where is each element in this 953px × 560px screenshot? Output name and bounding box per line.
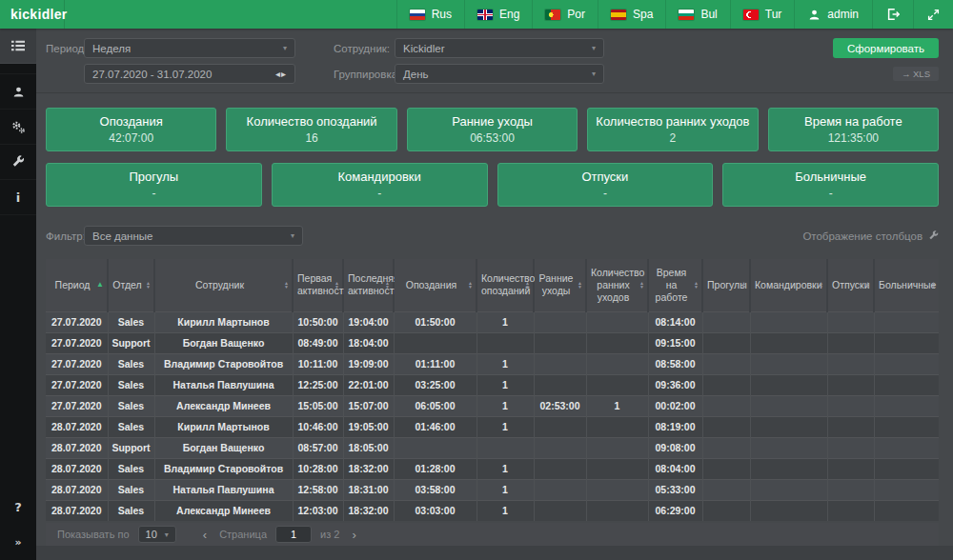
table-cell [874,311,939,332]
bul-flag-icon [679,10,694,20]
table-cell [702,437,750,458]
column-header[interactable]: Ранние уходы▲▼ [534,259,586,311]
bottom-strip [36,546,953,560]
lang-tur-button[interactable]: Tur [730,0,795,29]
table-cell: 27.07.2020 [46,374,108,395]
column-header[interactable]: Прогулы▲▼ [702,259,750,311]
sidebar-item-employees[interactable] [0,74,36,110]
lang-spa-button[interactable]: Spa [598,0,665,29]
table-cell: 08:19:00 [648,416,702,437]
table-cell [750,353,827,374]
prev-page-button[interactable]: ‹ [199,528,211,542]
column-header[interactable]: Сотрудник▲▼ [154,259,293,311]
card-value: 06:53:00 [470,131,515,145]
table-cell [702,500,750,521]
table-cell: 1 [476,479,534,500]
period-select[interactable]: Неделя ▾ [84,38,295,58]
lang-eng-button[interactable]: Eng [464,0,532,29]
show-by-label: Показывать по [57,529,130,540]
table-cell [534,374,586,395]
table-cell [874,353,939,374]
table-cell [534,416,586,437]
column-header[interactable]: Опоздания▲▼ [394,259,476,311]
table-cell [534,437,586,458]
next-period-icon[interactable]: ▸ [281,69,287,79]
next-page-button[interactable]: › [348,528,359,542]
sidebar-item-help[interactable]: ? [0,490,36,525]
column-header-label: Больничные [879,279,936,290]
table-cell: Sales [108,416,154,437]
table-cell [586,458,648,479]
sidebar-item-reports[interactable] [0,29,36,64]
column-header[interactable]: Последняя активность▲▼ [343,259,394,311]
page-input[interactable] [275,526,312,543]
table-cell: 08:49:00 [293,332,343,353]
table-cell: Кирилл Мартынов [154,416,293,437]
table-cell: 10:46:00 [293,416,343,437]
fullscreen-button[interactable] [913,0,953,29]
column-header[interactable]: Время на работе▲▼ [648,259,702,311]
column-header-label: Сотрудник [195,279,244,290]
sidebar-item-settings[interactable] [0,110,36,145]
column-header-label: Количество ранних уходов [591,267,644,303]
table-cell: 1 [476,500,534,521]
column-header[interactable]: Отпуски▲▼ [827,259,874,311]
table-cell: 1 [476,353,534,374]
table-cell [534,353,586,374]
table-cell [702,353,750,374]
column-header-label: Отдел [112,279,141,290]
page-of-label: из 2 [320,529,339,540]
table-cell [874,479,939,500]
table-cell: 06:05:00 [394,395,476,416]
table-cell [874,332,939,353]
table-cell [586,374,648,395]
table-cell: 18:05:00 [343,437,394,458]
sidebar-collapse-toggle[interactable]: » [0,525,36,560]
chevron-down-icon: ▾ [283,44,287,52]
column-header[interactable]: Командировки▲▼ [750,259,827,311]
table-cell [586,416,648,437]
table-cell: 1 [476,416,534,437]
table-cell [702,479,750,500]
table-cell: 12:03:00 [293,500,343,521]
chevron-down-icon: ▾ [592,44,596,52]
lang-por-button[interactable]: Por [532,0,598,29]
date-range-field[interactable]: 27.07.2020 - 31.07.2020 ◂▸ [84,64,295,84]
table-cell [586,332,648,353]
data-filter-select[interactable]: Все данные ▾ [84,226,303,246]
column-header[interactable]: Период▲ [46,259,108,311]
logout-button[interactable] [872,0,913,29]
table-cell: 19:09:00 [343,353,394,374]
column-header[interactable]: Количество ранних уходов▲▼ [586,259,648,311]
table-cell: 00:02:00 [648,395,702,416]
table-cell: 01:46:00 [394,416,476,437]
user-menu[interactable]: admin [794,0,872,29]
table-filter-row: Фильтр: Все данные ▾ Отображение столбцо… [46,226,939,246]
sort-icon: ▲▼ [578,281,582,289]
lang-rus-button[interactable]: Rus [396,0,464,29]
kickidler-logo: kickidler [0,0,65,29]
table-cell: 01:11:00 [394,353,476,374]
export-xls-button[interactable]: → XLS [893,67,939,81]
table-cell: 09:15:00 [648,332,702,353]
card-value: 2 [670,131,677,145]
sidebar-item-info[interactable]: i [0,180,36,215]
page-size-value: 10 [146,529,157,540]
summary-card: Опоздания42:07:00 [46,108,216,151]
page-size-select[interactable]: 10 ▾ [138,526,176,543]
table-cell: 1 [476,374,534,395]
column-header-label: Командировки [755,279,822,290]
columns-display-toggle[interactable]: Отображение столбцов [802,230,939,242]
column-header[interactable]: Количество опозданий▲▼ [476,259,534,311]
grouping-select[interactable]: День ▾ [395,64,604,84]
sidebar-item-tools[interactable] [0,145,36,180]
table-row: 28.07.2020SalesВладимир Старовойтов10:28… [46,458,939,479]
column-header[interactable]: Первая активность▲▼ [293,259,343,311]
lang-bul-button[interactable]: Bul [665,0,729,29]
table-cell [827,500,874,521]
employee-select[interactable]: Kickidler ▾ [395,38,604,58]
generate-report-button[interactable]: Сформировать [833,38,939,58]
column-header[interactable]: Больничные▲▼ [874,259,939,311]
column-header[interactable]: Отдел▲▼ [108,259,154,311]
summary-cards: Опоздания42:07:00Количество опозданий16Р… [36,92,953,207]
